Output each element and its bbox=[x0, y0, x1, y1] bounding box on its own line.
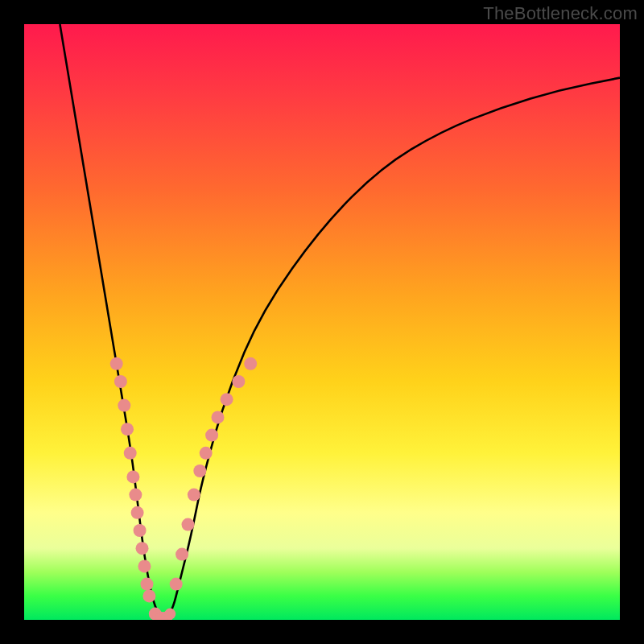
marker-dot bbox=[118, 399, 130, 412]
marker-dot bbox=[142, 589, 155, 602]
marker-dot bbox=[205, 429, 218, 442]
marker-dot bbox=[138, 559, 151, 572]
marker-dot bbox=[200, 447, 213, 460]
marker-dot bbox=[124, 447, 137, 460]
marker-dot bbox=[244, 357, 257, 370]
marker-dot bbox=[140, 578, 153, 591]
marker-cluster-right bbox=[170, 357, 258, 591]
marker-dot bbox=[114, 375, 127, 388]
marker-dot bbox=[182, 518, 195, 531]
marker-dot bbox=[134, 524, 147, 537]
marker-dot bbox=[232, 375, 245, 388]
marker-dot bbox=[126, 470, 139, 483]
marker-dot bbox=[136, 542, 149, 555]
marker-dot bbox=[121, 423, 134, 436]
marker-dot bbox=[221, 393, 233, 406]
curve-layer bbox=[24, 24, 620, 620]
marker-dot bbox=[212, 411, 225, 423]
watermark-text: TheBottleneck.com bbox=[483, 3, 638, 24]
marker-cluster-left bbox=[110, 357, 162, 620]
marker-dot bbox=[193, 464, 206, 477]
marker-dot bbox=[188, 489, 200, 502]
marker-dot bbox=[170, 578, 183, 591]
plot-area bbox=[24, 24, 620, 620]
marker-dot bbox=[131, 506, 144, 519]
marker-dot bbox=[164, 609, 175, 620]
marker-dot bbox=[110, 357, 123, 370]
marker-dot bbox=[129, 489, 142, 502]
marker-dot bbox=[175, 548, 188, 561]
chart-frame: TheBottleneck.com bbox=[0, 0, 644, 644]
